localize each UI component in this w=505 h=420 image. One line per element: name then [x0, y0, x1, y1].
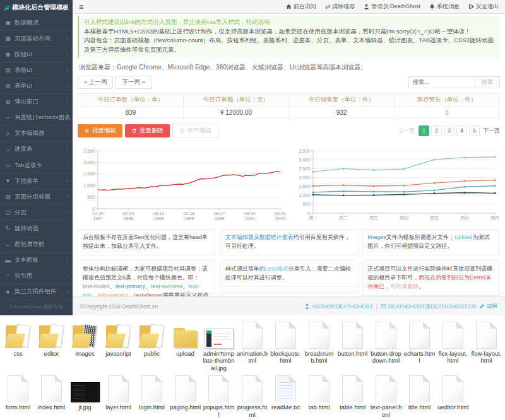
sidebar-item-15[interactable]: ←面包屑导航› — [0, 237, 73, 253]
svg-text:2000: 2000 — [245, 216, 255, 221]
menu-toggle-icon[interactable]: ≡ — [79, 3, 83, 11]
chevron-right-icon: › — [66, 131, 68, 137]
file-item[interactable]: login.html — [135, 372, 169, 418]
plugin-icon: ★ — [4, 289, 11, 295]
file-item[interactable]: ueditor.html — [436, 372, 470, 418]
file-icon — [242, 322, 263, 349]
file-item[interactable]: css — [1, 318, 35, 371]
file-item[interactable]: public — [135, 318, 169, 371]
sidebar-item-14[interactable]: ↻旋转动画› — [0, 221, 73, 236]
text-segment: text-muted — [83, 283, 110, 289]
info-panels: 后台模板不存在页面Seo优化问题，这里将head单独提出来，加载公共引入文件。整… — [78, 229, 500, 296]
disabled-edit-button: 不可编辑 — [172, 124, 218, 138]
nav-item-label: 清除缓存 — [332, 3, 355, 11]
file-item[interactable]: upload — [169, 318, 202, 371]
text-segment: Upload — [454, 234, 473, 240]
file-item[interactable]: blockquote.html — [269, 318, 302, 371]
nav-item-label: 管理员:DeathGhost — [371, 3, 420, 11]
sidebar-item-11[interactable]: ▼下拉菜单› — [0, 173, 73, 189]
pagination-page-2[interactable]: 2 — [431, 125, 442, 136]
file-item[interactable]: button.html — [336, 318, 369, 371]
sidebar-item-17[interactable]: “块引用› — [0, 269, 73, 284]
svg-text:周一: 周一 — [309, 216, 318, 220]
search-button[interactable]: 搜索 — [475, 76, 500, 88]
file-item[interactable]: readMe.txt — [269, 372, 302, 418]
pagination-page-3[interactable]: 3 — [444, 125, 454, 136]
file-item[interactable]: adminTemplate-thumbnail.jpg — [202, 318, 235, 371]
sidebar-item-18[interactable]: ★第三方插件组件› — [0, 284, 73, 300]
folder-images-icon — [71, 324, 100, 349]
sidebar-item-label: 块引用 — [15, 272, 33, 280]
next-week-button[interactable]: 下一周 » — [116, 76, 151, 89]
pagination-page-5[interactable]: 5 — [469, 125, 480, 136]
sidebar-item-label: 面包屑导航 — [15, 240, 45, 248]
file-name: button.html — [337, 350, 368, 357]
sidebar-item-2[interactable]: ▦页面基础布局› — [0, 31, 73, 47]
file-icon-box — [342, 372, 363, 402]
sidebar-item-5[interactable]: ▥表单UI› — [0, 78, 73, 94]
footer-link-1[interactable]: AUTHOR:DEATHGHOST — [304, 303, 373, 310]
file-item[interactable]: form.html — [1, 372, 35, 418]
file-item[interactable]: breadcrumb.html — [302, 318, 336, 371]
pagination-prev[interactable]: 上一页 — [398, 127, 415, 135]
sidebar-item-16[interactable]: ▬文本面板› — [0, 253, 73, 269]
search-input[interactable] — [408, 76, 475, 88]
file-item[interactable]: editor — [35, 318, 68, 371]
sidebar-item-6[interactable]: ⊞弹出窗口› — [0, 95, 73, 110]
file-icon-box — [409, 318, 430, 349]
sidebar-item-label: 表格UI — [15, 66, 33, 74]
text-segment: text-success — [151, 283, 182, 289]
file-item[interactable]: title.html — [403, 372, 436, 418]
nav-item-label: 系统消息 — [437, 3, 460, 11]
sidebar-item-3[interactable]: ◉按钮UI› — [0, 47, 73, 62]
page-footer: ©Copyright 2016 DeathGhost.cn AUTHOR:DEA… — [73, 296, 505, 315]
navbar-actions: 前台访问⇄清除缓存管理员:DeathGhost系统消息安全退出 — [286, 3, 499, 11]
file-item[interactable]: flex-layout.html — [436, 318, 470, 371]
file-name: animation.html — [235, 350, 269, 365]
file-item[interactable]: jt.jpg — [68, 372, 102, 418]
file-item[interactable]: javascript — [102, 318, 135, 371]
author-icon — [304, 303, 310, 309]
nav-item-2[interactable]: ⇄清除缓存 — [325, 3, 355, 11]
pagination-page-4[interactable]: 4 — [456, 125, 467, 136]
sidebar-item-1[interactable]: ▣数据概况 — [0, 15, 73, 31]
batch-delete-button[interactable]: 批量删除 — [125, 124, 170, 137]
nav-item-1[interactable]: 前台访问 — [286, 3, 316, 11]
file-item[interactable]: animation.html — [235, 318, 269, 371]
batch-edit-button[interactable]: 批量编辑 — [78, 124, 122, 137]
file-item[interactable]: progress.html — [235, 372, 269, 418]
file-item[interactable]: tab.html — [302, 372, 336, 418]
svg-text:3,000: 3,000 — [299, 158, 310, 162]
sidebar-item-7[interactable]: ≈百度统计echarts图表› — [0, 110, 73, 126]
file-item[interactable]: button-dropdown.html — [369, 318, 403, 371]
file-name: breadcrumb.html — [302, 350, 336, 365]
sidebar-item-label: 第三方插件组件 — [15, 288, 57, 296]
pagination-page-1[interactable]: 1 — [419, 125, 429, 136]
file-item[interactable]: index.html — [35, 372, 68, 418]
file-item[interactable]: popups.html — [202, 372, 235, 418]
nav-item-5[interactable]: 安全退出 — [468, 3, 499, 11]
file-item[interactable]: flow-layout.html — [470, 318, 503, 371]
text-panel-right-1: Images文件为模板所需图片文件；Upload为测试图片，你们可根据项目定义路… — [362, 229, 500, 255]
file-name: button-dropdown.html — [369, 350, 403, 365]
prev-week-button[interactable]: « 上一周 — [78, 76, 113, 89]
sidebar-item-13[interactable]: ◫分页› — [0, 205, 73, 221]
controls-row: « 上一周 下一周 » 搜索 — [78, 76, 500, 89]
sidebar-item-8[interactable]: A文本编辑器› — [0, 126, 73, 142]
sidebar-item-4[interactable]: ▤表格UI› — [0, 62, 73, 78]
nav-item-3[interactable]: 管理员:DeathGhost — [364, 3, 420, 11]
nav-item-4[interactable]: 系统消息 — [429, 3, 460, 11]
sidebar-item-12[interactable]: ▨页面分组标题› — [0, 189, 73, 205]
sidebar-item-10[interactable]: ▭Tab选项卡› — [0, 158, 73, 173]
file-item[interactable]: table.html — [336, 372, 369, 418]
footer-link-2[interactable]: DEATHGHOST@DEATHGHOST.CN — [381, 303, 476, 310]
file-item[interactable]: text-panel.html — [369, 372, 403, 418]
sidebar-item-9[interactable]: ▱进度条› — [0, 142, 73, 158]
footer-link-3[interactable]: 编辑 — [479, 303, 497, 310]
pagination-next[interactable]: 下一页 — [483, 127, 500, 135]
file-item[interactable]: images — [68, 318, 102, 371]
file-item[interactable]: paging.html — [169, 372, 202, 418]
file-item[interactable]: layer.html — [102, 372, 135, 418]
file-item[interactable]: echarts.html — [403, 318, 436, 371]
file-name: index.html — [37, 404, 66, 411]
